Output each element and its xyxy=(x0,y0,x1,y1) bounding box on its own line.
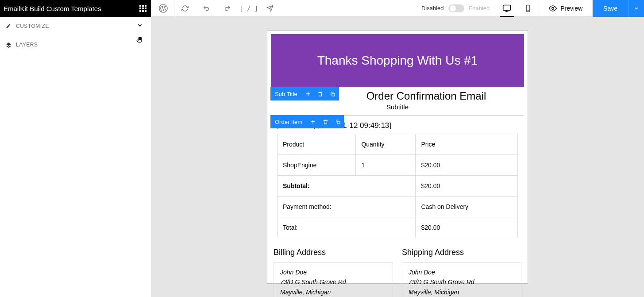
trash-icon[interactable] xyxy=(319,115,332,128)
main: [ / ] Disabled Enabled xyxy=(151,0,644,297)
table-row: Subtotal: $20.00 xyxy=(278,176,518,197)
toggle-label-disabled: Disabled xyxy=(421,5,444,12)
subtotal-value: $20.00 xyxy=(416,176,518,197)
wordpress-icon[interactable] xyxy=(153,0,174,17)
billing-address: Billing Address John Doe 73/D G South Gr… xyxy=(274,248,393,297)
shortcode-icon[interactable]: [ / ] xyxy=(238,0,259,17)
shipping-title: Shipping Address xyxy=(402,248,521,257)
billing-title: Billing Address xyxy=(274,248,393,257)
preview-button[interactable]: Preview xyxy=(539,0,593,17)
chevron-down-icon xyxy=(634,6,639,11)
sidebar: EmailKit Build Custom Templates CUSTOMIZ… xyxy=(0,0,151,297)
toggle-label-enabled: Enabled xyxy=(469,5,490,12)
send-icon[interactable] xyxy=(259,0,281,17)
app-title: EmailKit Build Custom Templates xyxy=(4,5,101,12)
redo-icon[interactable] xyxy=(217,0,238,17)
toolbar-label: Sub Title xyxy=(270,91,302,97)
save-button[interactable]: Save xyxy=(593,0,628,17)
shipping-name: John Doe xyxy=(409,267,515,277)
svg-rect-6 xyxy=(337,121,340,123)
payment-label: Payment method: xyxy=(278,197,416,217)
refresh-icon[interactable] xyxy=(174,0,196,17)
svg-point-4 xyxy=(552,7,554,9)
preview-label: Preview xyxy=(560,5,582,12)
duplicate-icon[interactable] xyxy=(332,115,344,128)
add-icon[interactable] xyxy=(302,87,314,100)
panel-label: CUSTOMIZE xyxy=(16,23,49,29)
order-table: Product Quantity Price ShopEngine 1 $20.… xyxy=(277,134,518,238)
shipping-city: Mayville, Michigan xyxy=(409,287,515,297)
order-item-block[interactable]: [Order #20] [2023-11-12 09:49:13] Produc… xyxy=(271,116,524,243)
svg-rect-1 xyxy=(503,5,511,10)
table-row: ShopEngine 1 $20.00 xyxy=(278,155,518,176)
canvas[interactable]: Thanks Shopping With Us #1 Sub Title Ord… xyxy=(151,17,644,297)
addresses: Billing Address John Doe 73/D G South Gr… xyxy=(267,243,528,297)
cell-price: $20.00 xyxy=(416,155,518,176)
shipping-box: John Doe 73/D G South Grove Rd Mayville,… xyxy=(402,262,521,297)
trash-icon[interactable] xyxy=(314,87,327,100)
topbar: [ / ] Disabled Enabled xyxy=(151,0,644,17)
order-item-toolbar: Order Item xyxy=(270,115,344,128)
billing-box: John Doe 73/D G South Grove Rd Mayville,… xyxy=(274,262,393,297)
svg-point-3 xyxy=(528,10,529,11)
save-label: Save xyxy=(603,5,617,12)
svg-rect-5 xyxy=(332,93,335,96)
panel-customize[interactable]: CUSTOMIZE xyxy=(0,17,151,35)
billing-street: 73/D G South Grove Rd xyxy=(280,277,386,287)
chevron-down-icon xyxy=(137,22,143,30)
layers-icon xyxy=(5,42,12,48)
table-row: Payment method: Cash on Delivery xyxy=(278,197,518,217)
shipping-address: Shipping Address John Doe 73/D G South G… xyxy=(402,248,521,297)
cell-product: ShopEngine xyxy=(278,155,356,176)
panel-label: LAYERS xyxy=(16,42,38,48)
eye-icon xyxy=(549,4,557,12)
subtotal-label: Subtotal: xyxy=(278,176,416,197)
apps-grid-icon[interactable] xyxy=(139,5,147,12)
enable-toggle[interactable] xyxy=(448,4,464,12)
sidebar-header: EmailKit Build Custom Templates xyxy=(0,0,151,17)
cursor-hand-icon xyxy=(136,36,144,46)
billing-city: Mayville, Michigan xyxy=(280,287,386,297)
email-header-block[interactable]: Thanks Shopping With Us #1 Sub Title xyxy=(271,34,524,87)
payment-value: Cash on Delivery xyxy=(416,197,518,217)
col-product: Product xyxy=(278,134,356,155)
add-icon[interactable] xyxy=(307,115,319,128)
sub-title-toolbar: Sub Title xyxy=(270,87,339,100)
enable-toggle-group: Disabled Enabled xyxy=(415,4,496,12)
email-subtitle: Subtitle xyxy=(271,103,524,111)
undo-icon[interactable] xyxy=(196,0,217,17)
billing-name: John Doe xyxy=(280,267,386,277)
pencil-icon xyxy=(5,23,12,29)
desktop-view-button[interactable] xyxy=(496,0,517,17)
total-value: $20.00 xyxy=(416,217,518,238)
table-row: Product Quantity Price xyxy=(278,134,518,155)
panel-layers[interactable]: LAYERS xyxy=(0,35,151,54)
email-frame[interactable]: Thanks Shopping With Us #1 Sub Title Ord… xyxy=(267,30,528,284)
shipping-street: 73/D G South Grove Rd xyxy=(409,277,515,287)
duplicate-icon[interactable] xyxy=(327,87,339,100)
col-price: Price xyxy=(416,134,518,155)
toolbar-label: Order Item xyxy=(270,119,307,125)
cell-quantity: 1 xyxy=(356,155,416,176)
table-row: Total: $20.00 xyxy=(278,217,518,238)
col-quantity: Quantity xyxy=(356,134,416,155)
mobile-view-button[interactable] xyxy=(517,0,539,17)
save-dropdown-button[interactable] xyxy=(628,0,644,17)
email-header-title: Thanks Shopping With Us #1 xyxy=(317,54,478,68)
total-label: Total: xyxy=(278,217,416,238)
